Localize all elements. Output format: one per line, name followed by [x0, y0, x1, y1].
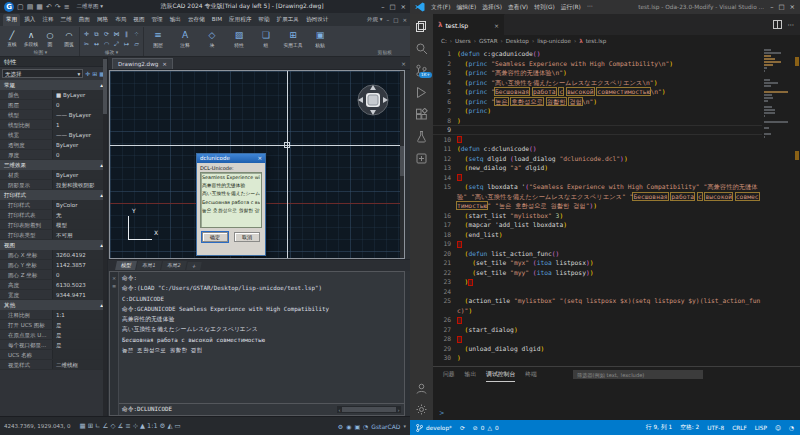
ribbon-tab-3[interactable]: 注释: [39, 14, 56, 26]
panel-tab-输出[interactable]: 输出: [465, 370, 477, 382]
workspace-icon[interactable]: ⚙: [160, 422, 166, 430]
gear-icon[interactable]: ⚙: [338, 423, 343, 430]
property-value[interactable]: 1: [52, 120, 107, 129]
property-value[interactable]: 不可用: [52, 230, 107, 239]
code-area[interactable]: 1(defun c:gcadunicode()2 (princ "Seamles…: [433, 49, 762, 363]
dialog-close-icon[interactable]: ×: [257, 154, 262, 163]
account-icon[interactable]: [415, 380, 428, 393]
minimize-button[interactable]: –: [381, 3, 384, 11]
editor-scrollbar[interactable]: [790, 47, 800, 366]
button-group-icon[interactable]: ❏组: [254, 29, 278, 48]
property-value[interactable]: 1:1: [52, 310, 107, 319]
oda-tools-icon[interactable]: [415, 150, 428, 163]
tool-arc-icon[interactable]: ◠圆弧: [61, 30, 77, 47]
property-value[interactable]: 0: [52, 150, 107, 159]
code-line[interactable]: 18 (end_list): [433, 230, 762, 240]
ortho-icon[interactable]: ∟: [95, 422, 100, 430]
code-line[interactable]: 4 (princ "高い互換性を備えたシームレスなエクスペリエンス\n"): [433, 78, 762, 88]
section-header[interactable]: 常规▴: [0, 80, 107, 90]
branch-indicator[interactable]: develop*: [416, 424, 452, 432]
property-value[interactable]: 投射和接收阴影: [52, 180, 107, 189]
breadcrumb-item[interactable]: Desktop: [506, 38, 529, 44]
close-button[interactable]: ×: [790, 3, 795, 11]
scale-icon[interactable]: ⤢: [112, 39, 121, 48]
ribbon-tab-15[interactable]: 扩展工具: [274, 14, 302, 26]
section-header[interactable]: 三维效果▴: [0, 160, 107, 170]
erase-icon[interactable]: ▱: [132, 39, 141, 48]
scale-1-1[interactable]: 1:1: [147, 422, 157, 430]
lineweight-icon[interactable]: ≡: [125, 422, 130, 430]
array-icon[interactable]: ⁘: [132, 29, 141, 38]
code-line[interactable]: 16 (start_list "mylistbox" 3): [433, 211, 762, 221]
list-item[interactable]: Seamless Experience with: [202, 174, 260, 182]
properties-scrollbar[interactable]: [103, 57, 107, 416]
list-item[interactable]: 높은 호환성으로 원활한 경험: [202, 207, 260, 215]
undo-icon[interactable]: ↶: [46, 1, 52, 13]
split-editor-icon[interactable]: [773, 20, 782, 29]
tool-line-icon[interactable]: ╱直线: [4, 30, 20, 47]
code-line[interactable]: 13 (new_dialog "a" dlgid): [433, 163, 762, 173]
command-close-icon[interactable]: ×: [110, 274, 118, 282]
code-line[interactable]: 21 (set_tile "myx" (itoa listposx)): [433, 258, 762, 268]
drawing-close-icon[interactable]: ×: [401, 60, 406, 67]
menu-查看(V)[interactable]: 查看(V): [508, 3, 528, 12]
status-item[interactable]: 空格: 2: [680, 423, 699, 432]
code-line[interactable]: 9: [433, 125, 762, 135]
code-line[interactable]: 6 (princ "높은 호환성으로 원활한 경험\n"): [433, 97, 762, 107]
doc-minimize-button[interactable]: –: [386, 17, 389, 23]
button-layers-icon[interactable]: ≡图层: [146, 29, 170, 48]
draw-group-label[interactable]: 绘图 ▾: [4, 49, 77, 56]
code-line[interactable]: 24: [433, 287, 762, 297]
cloud-icon[interactable]: ◔: [363, 423, 368, 430]
status-item[interactable]: 行 9, 列 1: [646, 423, 672, 432]
property-value[interactable]: 1142.3857: [52, 260, 107, 269]
mirror-icon[interactable]: ⋈: [112, 29, 121, 38]
doc-restore-button[interactable]: □: [393, 17, 398, 23]
property-value[interactable]: 无: [52, 210, 107, 219]
select-plus-icon[interactable]: ✛: [85, 70, 90, 77]
button-paste-icon[interactable]: ▣粘贴: [308, 29, 332, 48]
code-line[interactable]: 7 (princ): [433, 106, 762, 116]
rotate-icon[interactable]: ⟳: [102, 29, 111, 38]
print-icon[interactable]: ≡: [64, 1, 70, 13]
ribbon-tab-10[interactable]: 输出: [167, 14, 184, 26]
annotation-scale-icon[interactable]: ▲: [140, 422, 145, 430]
ribbon-tab-14[interactable]: 帮助: [255, 14, 272, 26]
section-header[interactable]: 视图▴: [0, 240, 107, 250]
panel-tab-调试控制台[interactable]: 调试控制台: [486, 370, 515, 382]
source-control-icon[interactable]: 1K+: [415, 62, 428, 75]
property-value[interactable]: —— ByLayer: [52, 110, 107, 119]
ok-button[interactable]: 确定: [202, 232, 228, 242]
ribbon-tab-16[interactable]: 协同设计: [303, 14, 331, 26]
tab-test-lsp[interactable]: λ test.lsp ×: [433, 14, 505, 35]
ribbon-tab-2[interactable]: 插入: [21, 14, 38, 26]
property-value[interactable]: 6130.5023: [52, 280, 107, 289]
breadcrumb-item[interactable]: test.lsp: [586, 38, 607, 44]
property-value[interactable]: 0: [52, 100, 107, 109]
run-debug-icon[interactable]: [415, 84, 428, 97]
property-value[interactable]: 是: [52, 330, 107, 339]
extend-icon[interactable]: ↔: [92, 39, 101, 48]
code-line[interactable]: 10: [433, 135, 762, 145]
doc-close-button[interactable]: ×: [402, 17, 407, 23]
code-line[interactable]: 25 (action_tile "mylistbox" "(setq listp…: [433, 296, 762, 315]
property-value[interactable]: ByLayer: [52, 140, 107, 149]
tab-close-icon[interactable]: ×: [494, 22, 499, 29]
open-icon[interactable]: ▤: [27, 1, 34, 13]
polar-icon[interactable]: ∠: [103, 422, 109, 430]
ribbon-tab-12[interactable]: BIM: [209, 14, 225, 26]
more-actions-icon[interactable]: ⋯: [788, 21, 795, 29]
code-line[interactable]: 12 (setq dlgid (load_dialog "dclunicode.…: [433, 154, 762, 164]
command-scrollbar[interactable]: ‹›: [337, 406, 401, 413]
list-item[interactable]: Бесшовная работа с высок: [202, 199, 260, 207]
property-value[interactable]: ■ ByLayer: [52, 90, 107, 99]
extensions-icon[interactable]: [415, 106, 428, 119]
filter-input[interactable]: [573, 370, 703, 379]
breadcrumb-item[interactable]: GSTAR: [479, 38, 498, 44]
code-line[interactable]: 14: [433, 173, 762, 183]
button-utilities-icon[interactable]: ⊞实用工具: [281, 29, 305, 48]
select-window-icon[interactable]: ⊞: [92, 70, 97, 77]
dynamic-input-icon[interactable]: ⊹: [133, 422, 138, 430]
notifications-bell-icon[interactable]: ◔: [789, 425, 794, 431]
code-line[interactable]: 28: [433, 334, 762, 344]
